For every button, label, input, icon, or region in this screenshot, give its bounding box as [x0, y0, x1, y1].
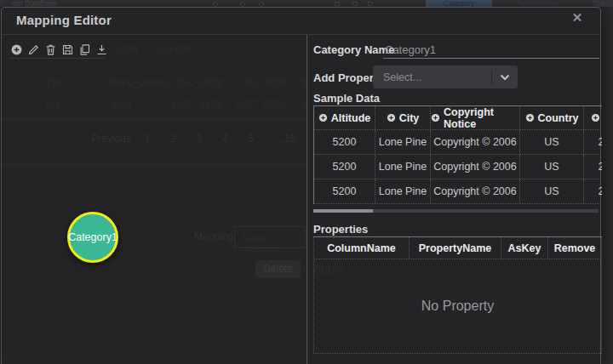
header-divider [2, 34, 601, 35]
sample-data-label: Sample Data [313, 92, 380, 105]
minimize-icon [335, 2, 340, 6]
add-column-icon [525, 113, 535, 122]
background-app-title: om Database [12, 0, 58, 7]
ghost-cell: 8 [301, 99, 307, 111]
add-column-icon [318, 113, 328, 122]
table-row: 5200 Lone Pine Copyright © 2006 US 2 [314, 155, 602, 179]
tab-category: Category [426, 0, 492, 7]
cell-city: Lone Pine [375, 179, 431, 203]
ghost-cell: DSC_2658.... [237, 77, 298, 88]
ghost-pagination: 2 [170, 133, 176, 145]
ghost-pagination: 5 [248, 133, 254, 145]
ghost-cell: 5 [301, 77, 307, 88]
column-header-copyright-notice[interactable]: Copyright Notice [431, 106, 520, 129]
column-header-city[interactable]: City [375, 106, 431, 129]
add-property-select[interactable]: Select... [373, 65, 518, 88]
ghost-gremlin-tab: Gremlin [155, 43, 191, 55]
ghost-divider [0, 164, 306, 165]
properties-header-row: ColumnName PropertyName AsKey Remove [314, 237, 601, 259]
column-label: City [399, 112, 420, 124]
ghost-pagination: ...15 [276, 133, 295, 145]
cell-country: US [520, 155, 584, 179]
close-icon[interactable]: ✕ [569, 9, 586, 26]
ghost-pagination: Previous [91, 133, 131, 145]
add-node-icon[interactable] [10, 43, 23, 56]
column-header-altitude[interactable]: Altitude [314, 106, 375, 129]
column-label: Copyright Notice [444, 106, 519, 129]
column-label: Altitude [331, 112, 371, 124]
toolbar-underline [10, 58, 105, 59]
ghost-divider [0, 119, 306, 120]
table-row: 5200 Lone Pine Copyright © 2006 US 2 [314, 130, 602, 155]
add-column-icon [431, 113, 440, 122]
column-header-clipped[interactable]: D [584, 106, 602, 129]
tab-relationship: Relationship [507, 0, 569, 7]
select-placeholder: Select... [383, 71, 421, 83]
category-name-input[interactable] [383, 43, 599, 59]
cell-city: Lone Pine [375, 155, 431, 179]
edit-pencil-icon[interactable] [27, 43, 40, 56]
ghost-pagination: 1 [145, 133, 151, 145]
ghost-cell: Ward_Ovens [109, 77, 169, 88]
column-header-columnname: ColumnName [314, 237, 410, 259]
cell-altitude: 5200 [314, 179, 375, 203]
ghost-cell: 114 [45, 77, 61, 88]
ghost-cell: DSC_2658 [173, 77, 223, 88]
column-label: Country [538, 112, 579, 124]
cell-city: Lone Pine [375, 130, 431, 154]
ghost-select-mapping: Select mapping [234, 226, 306, 248]
download-icon[interactable] [95, 43, 108, 56]
dialog-title: Mapping Editor [16, 13, 112, 27]
column-header-remove: Remove [548, 237, 601, 259]
cell-altitude: 5200 [314, 130, 375, 154]
table-row: 5200 Lone Pine Copyright © 2006 US 2 [314, 179, 602, 204]
chevron-down-icon [500, 74, 510, 81]
ghost-select-mapping-label: Select mapping [242, 233, 305, 253]
category-node[interactable]: Category1 [67, 212, 118, 263]
ghost-cell: 118 [44, 99, 60, 111]
canvas-toolbar [10, 43, 108, 56]
delete-trash-icon[interactable] [44, 43, 57, 56]
ghost-cell: Zion [111, 99, 130, 111]
window-icon [368, 2, 373, 6]
ghost-cell: DSC_4299.... [236, 99, 297, 111]
sample-data-table: Altitude City Copyright Notice Country D… [313, 105, 602, 204]
duplicate-copy-icon[interactable] [78, 43, 91, 56]
category-node-label: Category1 [68, 231, 117, 243]
background-app-bar: om Database Category Relationship Tag [0, 0, 613, 7]
cell-copyright: Copyright © 2006 [431, 130, 520, 154]
select-separator [491, 70, 492, 84]
properties-label: Properties [313, 223, 368, 236]
sample-header-row: Altitude City Copyright Notice Country D [314, 106, 602, 130]
ghost-pagination: 4 [222, 133, 228, 145]
cell-country: US [520, 179, 584, 203]
ghost-pagination: 3 [197, 133, 203, 145]
column-header-country[interactable]: Country [520, 106, 584, 129]
cell-clipped: 2 [584, 130, 602, 154]
cell-copyright: Copyright © 2006 [431, 155, 520, 179]
add-column-icon [591, 113, 600, 122]
ghost-json-tab: JSON [111, 43, 138, 55]
ghost-delete-button: Delete [255, 260, 301, 278]
cell-altitude: 5200 [314, 155, 375, 179]
no-property-message: No Property [314, 259, 601, 353]
cell-clipped: 2 [584, 155, 602, 179]
cell-country: US [520, 130, 584, 154]
cell-copyright: Copyright © 2006 [431, 179, 520, 203]
ghost-cell: DSC_4299 [172, 99, 222, 111]
save-floppy-icon[interactable] [61, 43, 74, 56]
ghost-mapping-label: Mapping [194, 230, 233, 242]
tab-tag: Tag [586, 0, 611, 7]
column-header-askey: AsKey [501, 237, 548, 259]
properties-table: ColumnName PropertyName AsKey Remove No … [313, 236, 602, 354]
horizontal-scrollbar-thumb[interactable] [313, 209, 373, 213]
cell-clipped: 2 [584, 179, 602, 203]
column-header-propertyname: PropertyName [410, 237, 501, 259]
maximize-icon [352, 2, 358, 6]
add-column-icon [387, 113, 396, 122]
